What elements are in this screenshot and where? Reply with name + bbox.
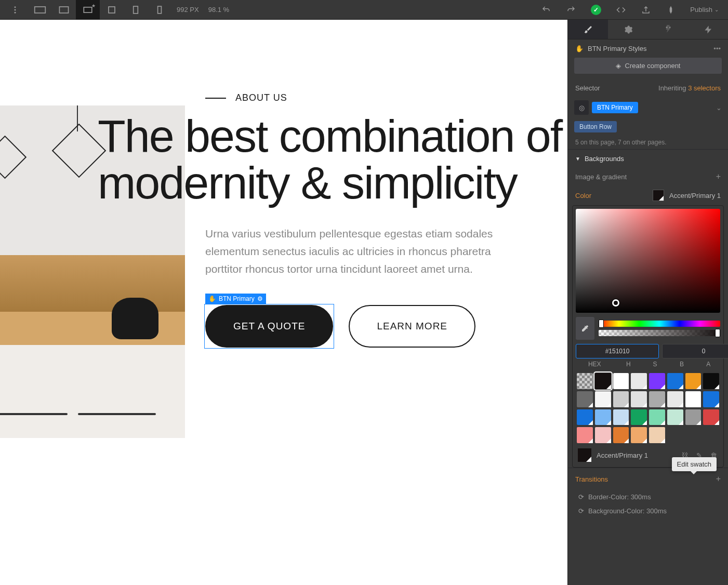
rocket-icon[interactable] bbox=[659, 0, 683, 20]
selector-chip-primary[interactable]: BTN Primary bbox=[592, 102, 638, 113]
effects-tab-icon[interactable] bbox=[688, 20, 728, 39]
backgrounds-section-header[interactable]: ▼ Backgrounds bbox=[568, 149, 728, 168]
component-icon: ◈ bbox=[616, 62, 621, 70]
hue-handle[interactable] bbox=[599, 320, 604, 328]
learn-more-button[interactable]: LEARN MORE bbox=[349, 305, 475, 348]
eyebrow-line bbox=[205, 98, 226, 99]
color-swatch[interactable] bbox=[685, 409, 701, 426]
alpha-slider[interactable] bbox=[599, 330, 720, 336]
caret-down-icon: ▼ bbox=[575, 156, 580, 162]
color-swatch[interactable] bbox=[595, 391, 611, 407]
add-gradient-icon[interactable]: + bbox=[716, 172, 721, 181]
selection-tag[interactable]: ✋ BTN Primary ⚙ bbox=[205, 294, 266, 304]
color-swatch[interactable] bbox=[631, 373, 647, 389]
color-swatch[interactable] bbox=[649, 391, 665, 407]
settings-tab-icon[interactable] bbox=[608, 20, 648, 39]
add-transition-icon[interactable]: + bbox=[716, 474, 721, 484]
svg-rect-8 bbox=[158, 6, 162, 14]
publish-button[interactable]: Publish ⌄ bbox=[684, 0, 725, 20]
get-quote-button[interactable]: GET A QUOTE bbox=[205, 305, 333, 348]
color-swatch[interactable] bbox=[667, 409, 683, 426]
transition-item[interactable]: ⟳ Border-Color: 300ms bbox=[568, 490, 728, 504]
redo-icon[interactable] bbox=[559, 0, 583, 20]
color-swatch[interactable] bbox=[613, 427, 629, 443]
breakpoint-tablet-portrait-icon[interactable] bbox=[124, 0, 148, 20]
color-swatch[interactable] bbox=[577, 427, 593, 443]
more-dots-icon[interactable]: ••• bbox=[713, 45, 721, 52]
hex-label: HEX bbox=[576, 361, 614, 368]
color-swatch[interactable] bbox=[613, 409, 629, 426]
style-panel: ✋ BTN Primary Styles ••• ◈ Create compon… bbox=[567, 20, 728, 585]
color-swatch[interactable] bbox=[577, 391, 593, 407]
color-swatch[interactable] bbox=[685, 373, 701, 389]
transition-label: Background-Color: 300ms bbox=[588, 507, 667, 515]
color-swatch[interactable] bbox=[595, 427, 611, 443]
code-icon[interactable] bbox=[609, 0, 633, 20]
color-swatch[interactable] bbox=[595, 373, 611, 389]
canvas-width-value: 992 PX bbox=[173, 6, 203, 14]
transition-icon: ⟳ bbox=[578, 507, 584, 515]
color-swatch[interactable] bbox=[667, 373, 683, 389]
svg-point-1 bbox=[15, 9, 16, 10]
color-swatch[interactable] bbox=[649, 427, 665, 443]
hero-headline[interactable]: The best combination of modernity & simp… bbox=[98, 113, 567, 206]
color-swatch[interactable] bbox=[667, 391, 683, 407]
color-swatch[interactable] bbox=[631, 409, 647, 426]
selector-label: Selector bbox=[575, 84, 600, 92]
saturation-handle[interactable] bbox=[612, 299, 619, 307]
saturation-area[interactable] bbox=[576, 209, 720, 313]
svg-point-2 bbox=[15, 11, 16, 13]
top-toolbar: ★ 992 PX 98.1 % Publish ⌄ bbox=[0, 0, 728, 20]
color-swatch[interactable] bbox=[703, 391, 719, 407]
a-label: A bbox=[697, 361, 720, 368]
chevron-down-icon[interactable]: ⌄ bbox=[716, 104, 722, 112]
color-swatch[interactable] bbox=[613, 373, 629, 389]
breakpoint-large-icon[interactable] bbox=[28, 0, 52, 20]
color-swatch[interactable] bbox=[649, 409, 665, 426]
status-ok-icon[interactable] bbox=[584, 0, 608, 20]
breakpoint-laptop-icon[interactable]: ★ bbox=[76, 0, 100, 20]
hero-body[interactable]: Urna varius vestibulum pellentesque eges… bbox=[205, 225, 507, 278]
button-row: ✋ BTN Primary ⚙ GET A QUOTE LEARN MORE bbox=[205, 305, 567, 348]
hex-input[interactable] bbox=[576, 344, 659, 358]
color-swatch[interactable] bbox=[649, 373, 665, 389]
style-tab-icon[interactable] bbox=[568, 20, 608, 39]
grab-icon: ✋ bbox=[208, 295, 216, 302]
selector-chip-parent[interactable]: Button Row bbox=[574, 121, 617, 132]
drawer-handle bbox=[78, 413, 156, 415]
transition-item[interactable]: ⟳ Background-Color: 300ms bbox=[568, 504, 728, 518]
color-swatch[interactable] bbox=[613, 391, 629, 407]
color-swatch[interactable] bbox=[577, 409, 593, 426]
color-swatch-name[interactable]: Accent/Primary 1 bbox=[669, 192, 721, 200]
selector-target-icon[interactable]: ◎ bbox=[574, 100, 589, 115]
eyebrow-text[interactable]: ABOUT US bbox=[235, 92, 287, 103]
inheriting-count[interactable]: 3 selectors bbox=[688, 84, 721, 92]
color-swatch[interactable] bbox=[631, 427, 647, 443]
eyedropper-button[interactable] bbox=[576, 317, 594, 340]
create-component-button[interactable]: ◈ Create component bbox=[574, 58, 722, 74]
alpha-handle[interactable] bbox=[715, 329, 720, 337]
svg-rect-6 bbox=[109, 7, 115, 13]
color-swatch[interactable] bbox=[577, 373, 593, 389]
interactions-tab-icon[interactable] bbox=[648, 20, 688, 39]
color-swatch[interactable] bbox=[595, 409, 611, 426]
breakpoint-desktop-icon[interactable] bbox=[52, 0, 76, 20]
transitions-header[interactable]: Transitions bbox=[575, 475, 608, 483]
color-swatch-preview[interactable] bbox=[653, 190, 664, 201]
gear-icon[interactable]: ⚙ bbox=[257, 295, 263, 302]
export-icon[interactable] bbox=[634, 0, 658, 20]
breakpoint-mobile-icon[interactable] bbox=[148, 0, 171, 20]
color-swatch[interactable] bbox=[631, 391, 647, 407]
hue-slider[interactable] bbox=[599, 321, 720, 327]
color-swatch[interactable] bbox=[703, 409, 719, 426]
backgrounds-label: Backgrounds bbox=[585, 155, 624, 163]
menu-dots-icon[interactable] bbox=[3, 0, 27, 20]
design-canvas[interactable]: ABOUT US The best combination of moderni… bbox=[0, 20, 567, 585]
hue-input[interactable] bbox=[662, 344, 728, 358]
drawer-handle bbox=[0, 413, 68, 415]
color-swatch[interactable] bbox=[703, 373, 719, 389]
breakpoint-tablet-icon[interactable] bbox=[100, 0, 124, 20]
color-swatch[interactable] bbox=[685, 391, 701, 407]
selected-swatch-name: Accent/Primary 1 bbox=[597, 451, 674, 459]
undo-icon[interactable] bbox=[534, 0, 558, 20]
